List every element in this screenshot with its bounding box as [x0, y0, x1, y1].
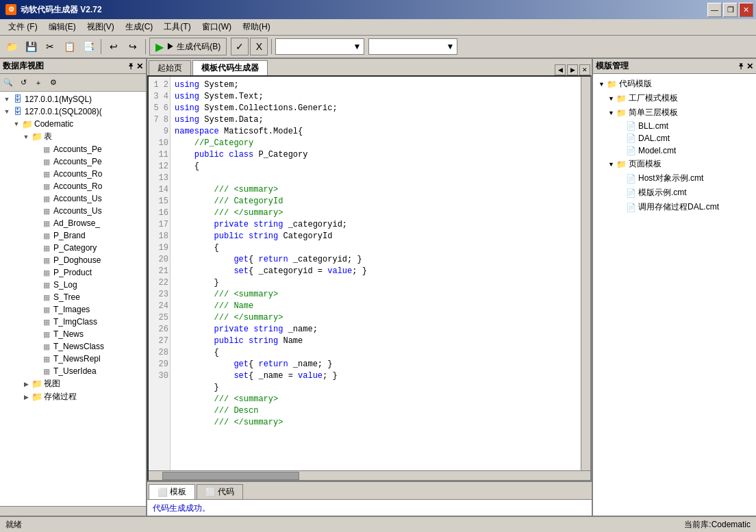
tree-node[interactable]: ▦ T_NewsClass — [1, 340, 144, 353]
left-toolbar-btn-3[interactable]: + — [32, 76, 45, 90]
scrollbar-vertical[interactable] — [581, 77, 590, 470]
title-buttons: — ❐ ✕ — [707, 3, 753, 17]
toolbar-dropdown-2[interactable]: ▼ — [368, 38, 457, 55]
tree-node[interactable]: ▼ 📁 Codematic — [1, 118, 144, 130]
tree-node-icon: ▦ — [41, 304, 52, 315]
tree-node[interactable]: ▦ Accounts_Pe — [1, 155, 144, 168]
close-button[interactable]: ✕ — [739, 3, 753, 17]
right-tree-node[interactable]: ▼ 📁 页面模板 — [596, 157, 753, 171]
toolbar-btn-1[interactable]: 📁 — [3, 38, 21, 55]
tree-node[interactable]: ▦ Accounts_Us — [1, 192, 144, 205]
minimize-button[interactable]: — — [707, 3, 722, 17]
right-tree-node[interactable]: ▼ 📁 简单三层模板 — [596, 105, 753, 120]
tree-node[interactable]: ▶ 📁 视图 — [1, 377, 144, 390]
right-tree-node[interactable]: 📄 调用存储过程DAL.cmt — [596, 200, 753, 214]
tree-node[interactable]: ▦ Accounts_Pe — [1, 143, 144, 155]
tree-node[interactable]: ▦ P_Doghouse — [1, 254, 144, 266]
tree-node[interactable]: ▦ S_Tree — [1, 291, 144, 303]
generate-code-label: ▶ 生成代码(B) — [166, 41, 220, 53]
tree-expand-icon — [30, 255, 41, 266]
tree-node-label: T_Images — [53, 305, 90, 314]
tree-node[interactable]: ▦ Ad_Browse_ — [1, 217, 144, 229]
toolbar-btn-3[interactable]: ✂ — [41, 38, 59, 55]
restore-button[interactable]: ❐ — [723, 3, 738, 17]
left-panel-pin[interactable]: 🖈 — [127, 62, 135, 71]
right-tree-node[interactable]: 📄 Host对象示例.cmt — [596, 171, 753, 186]
left-scrollbar-h[interactable] — [0, 506, 146, 516]
menu-help[interactable]: 帮助(H) — [237, 20, 276, 34]
tree-node-label: S_Log — [53, 280, 77, 290]
tree-node[interactable]: ▦ Accounts_Ro — [1, 168, 144, 180]
tab-start[interactable]: 起始页 — [149, 60, 191, 75]
tree-node[interactable]: ▼ 🗄 127.0.0.1(SQL2008)( — [1, 105, 144, 118]
right-tree-node[interactable]: 📄 模版示例.cmt — [596, 186, 753, 200]
bottom-tab-template[interactable]: ⬜ 模板 — [149, 484, 195, 499]
dropdown-1-arrow: ▼ — [353, 42, 361, 51]
status-bar: 就绪 当前库:Codematic — [0, 516, 756, 532]
right-panel-close[interactable]: ✕ — [746, 62, 753, 71]
tab-controls: ◀ ▶ ✕ — [555, 64, 590, 75]
tree-node[interactable]: ▼ 🗄 127.0.0.1(MySQL) — [1, 93, 144, 105]
tab-close-btn[interactable]: ✕ — [579, 64, 590, 75]
left-toolbar-btn-1[interactable]: 🔍 — [1, 76, 15, 90]
tree-node-label: Accounts_Ro — [53, 181, 102, 191]
tree-expand-icon — [30, 230, 41, 241]
title-bar-content: ⚙ 动软代码生成器 V2.72 — [5, 4, 102, 16]
right-tree-node[interactable]: ▼ 📁 代码模版 — [596, 77, 753, 91]
toolbar-dropdown-1[interactable]: ▼ — [275, 38, 364, 55]
tree-node[interactable]: ▦ Accounts_Us — [1, 205, 144, 217]
right-node-icon: 📄 — [626, 146, 636, 155]
tree-node[interactable]: ▦ T_Images — [1, 303, 144, 316]
tree-node-icon: ▦ — [41, 168, 52, 179]
right-panel-pin[interactable]: 🖈 — [737, 62, 745, 71]
tree-node[interactable]: ▦ T_NewsRepl — [1, 353, 144, 365]
left-toolbar-btn-4[interactable]: ⚙ — [47, 76, 60, 90]
right-tree-node[interactable]: 📄 DAL.cmt — [596, 132, 753, 144]
bottom-tab-code[interactable]: ⬜ 代码 — [197, 484, 243, 499]
tree-node[interactable]: ▶ 📁 存储过程 — [1, 390, 144, 403]
right-node-label: Host对象示例.cmt — [638, 173, 703, 184]
toolbar-btn-2[interactable]: 💾 — [22, 38, 40, 55]
scrollbar-horizontal[interactable] — [149, 470, 590, 480]
left-toolbar-btn-2[interactable]: ↺ — [16, 76, 30, 90]
tab-codegen[interactable]: 模板代码生成器 — [192, 60, 268, 75]
tab-prev-btn[interactable]: ◀ — [555, 64, 566, 75]
menu-edit[interactable]: 编辑(E) — [43, 20, 81, 34]
toolbar-btn-6[interactable]: ↩ — [105, 38, 123, 55]
toolbar-excel-btn[interactable]: ✓ — [231, 38, 249, 55]
menu-tools[interactable]: 工具(T) — [158, 20, 196, 34]
left-panel-close[interactable]: ✕ — [136, 62, 143, 71]
tree-node[interactable]: ▦ T_ImgClass — [1, 316, 144, 328]
check-icon[interactable]: ✓ — [231, 38, 249, 55]
tree-node-label: Codematic — [34, 119, 73, 129]
code-editor[interactable]: using System; using System.Text; using S… — [171, 77, 581, 470]
tree-node[interactable]: ▦ P_Category — [1, 242, 144, 254]
tab-bar: 起始页 模板代码生成器 ◀ ▶ ✕ — [147, 59, 592, 75]
tab-next-btn[interactable]: ▶ — [567, 64, 578, 75]
menu-view[interactable]: 视图(V) — [81, 20, 120, 34]
tree-node[interactable]: ▦ Accounts_Ro — [1, 180, 144, 192]
tree-expand-icon — [30, 304, 41, 315]
right-tree-node[interactable]: 📄 BLL.cmt — [596, 120, 753, 132]
line-numbers: 1 2 3 4 5 6 7 8 9 10 11 12 13 14 15 16 1… — [149, 77, 171, 470]
generate-code-button[interactable]: ▶ ▶ 生成代码(B) — [149, 38, 227, 55]
left-panel-controls: 🖈 ✕ — [127, 62, 143, 71]
tree-node-icon: ▦ — [41, 329, 52, 340]
tree-node[interactable]: ▦ T_UserIdea — [1, 365, 144, 377]
right-tree-node[interactable]: ▼ 📁 工厂模式模板 — [596, 91, 753, 105]
excel-icon[interactable]: X — [250, 38, 268, 55]
toolbar-btn-7[interactable]: ↪ — [124, 38, 142, 55]
tree-node[interactable]: ▼ 📁 表 — [1, 130, 144, 143]
tree-node[interactable]: ▦ S_Log — [1, 279, 144, 291]
tree-node[interactable]: ▦ P_Brand — [1, 229, 144, 242]
menu-generate[interactable]: 生成(C) — [120, 20, 159, 34]
right-tree-node[interactable]: 📄 Model.cmt — [596, 144, 753, 157]
tree-node[interactable]: ▦ P_Product — [1, 266, 144, 279]
menu-file[interactable]: 文件 (F) — [3, 20, 43, 34]
toolbar-btn-5[interactable]: 📑 — [79, 38, 97, 55]
tree-node-label: 视图 — [44, 378, 60, 390]
right-node-label: 工厂模式模板 — [629, 92, 678, 104]
toolbar-btn-4[interactable]: 📋 — [60, 38, 78, 55]
menu-window[interactable]: 窗口(W) — [197, 20, 237, 34]
tree-node[interactable]: ▦ T_News — [1, 328, 144, 340]
